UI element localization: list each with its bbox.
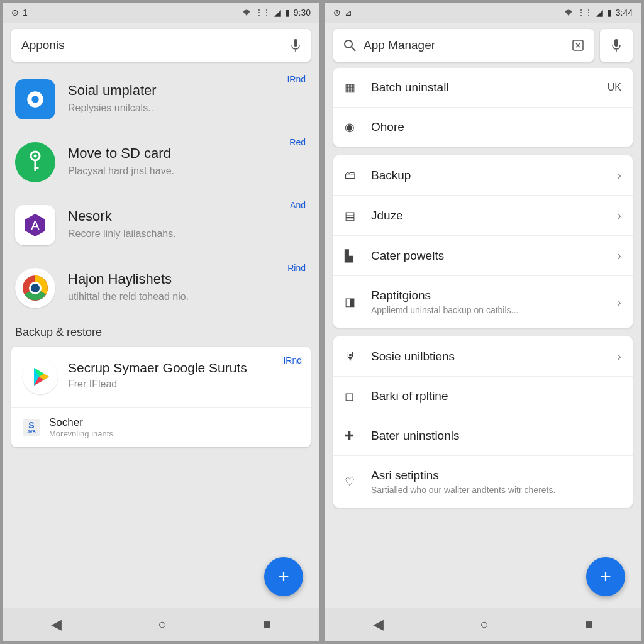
- svg-text:A: A: [31, 218, 40, 232]
- item-tag: UK: [608, 82, 621, 93]
- nav-home-button[interactable]: ○: [158, 616, 166, 633]
- notification-count: 1: [23, 8, 28, 18]
- fab-add-button[interactable]: +: [586, 557, 625, 596]
- list-item[interactable]: ◻ Barkı of rpltine: [333, 377, 633, 416]
- app-title: Nesork: [68, 208, 307, 226]
- chevron-right-icon: ›: [617, 208, 621, 223]
- signal-icon: ◢: [596, 8, 603, 18]
- list-item[interactable]: Move to SD card Placysal hard jnst have.…: [11, 131, 311, 194]
- raptitgions-icon: ◨: [345, 295, 358, 309]
- app-tag: Red: [289, 137, 306, 147]
- item-title: Jduze: [371, 209, 612, 223]
- list-item[interactable]: ◨ Raptitgions Appliemd uninstal backup o…: [333, 276, 633, 328]
- wifi-icon: [564, 8, 574, 17]
- search-bar[interactable]: [333, 29, 594, 62]
- fab-add-button[interactable]: +: [264, 557, 303, 596]
- battery-icon: ▮: [607, 8, 612, 18]
- cater-icon: ▙: [345, 249, 358, 263]
- item-subtitle: Appliemd uninstal backup on catbils...: [371, 305, 612, 315]
- jduze-icon: ▤: [345, 209, 358, 223]
- list-item[interactable]: Soial umplater Replysies unilcals.. IRnd: [11, 68, 311, 131]
- navigation-bar: ◀ ○ ■: [3, 608, 319, 641]
- item-subtitle: Sartialled who our waliter andtents witr…: [371, 485, 621, 495]
- bater-icon: ✚: [345, 429, 358, 443]
- app-icon-gear: [15, 79, 55, 119]
- navigation-bar: ◀ ○ ■: [325, 608, 641, 641]
- svg-rect-5: [35, 160, 36, 171]
- socher-title: Socher: [49, 416, 299, 429]
- app-subtitle: utihittal the reld tohead nio.: [68, 291, 307, 303]
- item-title: Raptitgions: [371, 289, 612, 303]
- notification-icon: ⊚: [333, 8, 341, 18]
- mic-button[interactable]: [600, 29, 633, 62]
- nav-home-button[interactable]: ○: [480, 616, 488, 633]
- card-group: 🎙 Sosie unilbtiens › ◻ Barkı of rpltine …: [333, 336, 633, 508]
- svg-point-2: [31, 96, 38, 103]
- phone-right: ⊚ ⊿ ⋮⋮ ◢ ▮ 3:44 ▦: [325, 3, 641, 641]
- item-title: Ohore: [371, 120, 621, 134]
- svg-point-4: [34, 155, 37, 158]
- list-item[interactable]: 🎙 Sosie unilbtiens ›: [333, 336, 633, 377]
- notification-icon: ⊙: [11, 8, 19, 18]
- statusbar: ⊙ 1 ⋮⋮ ◢ ▮ 9:30: [3, 3, 319, 23]
- item-title: Backup: [371, 169, 612, 182]
- list-item[interactable]: ♡ Asri setiptins Sartialled who our wali…: [333, 456, 633, 508]
- app-title: Hajon Haylishets: [68, 270, 307, 289]
- app-subtitle: Recore linly lailaschahs.: [68, 228, 307, 240]
- socher-icon: S JVB: [23, 419, 40, 436]
- chevron-right-icon: ›: [617, 295, 621, 309]
- list-item[interactable]: A Nesork Recore linly lailaschahs. And: [11, 194, 311, 257]
- mic-icon[interactable]: [291, 38, 301, 52]
- list-item[interactable]: ◉ Ohore: [333, 108, 633, 147]
- list-item[interactable]: ▤ Jduze ›: [333, 196, 633, 236]
- backup-icon: 🗃: [345, 169, 358, 182]
- svg-rect-19: [614, 39, 618, 47]
- statusbar: ⊚ ⊿ ⋮⋮ ◢ ▮ 3:44: [325, 3, 641, 23]
- nav-recent-button[interactable]: ■: [263, 616, 271, 633]
- list-item[interactable]: ▦ Batch uninstall UK: [333, 68, 633, 108]
- item-title: Cater powelts: [371, 249, 612, 263]
- nav-recent-button[interactable]: ■: [585, 616, 593, 633]
- clear-icon[interactable]: [572, 40, 584, 51]
- notification-count: ⊿: [345, 8, 352, 18]
- nav-back-button[interactable]: ◀: [373, 616, 384, 633]
- list-item[interactable]: S JVB Socher Morevnling inants: [11, 408, 311, 447]
- app-title: Move to SD card: [68, 145, 307, 163]
- list-item[interactable]: ✚ Bater uninstionls: [333, 416, 633, 456]
- app-tag: IRnd: [287, 74, 306, 84]
- nav-back-button[interactable]: ◀: [51, 616, 62, 633]
- backup-tag: IRnd: [283, 355, 302, 365]
- svg-point-11: [31, 284, 40, 292]
- search-bar[interactable]: [11, 29, 311, 62]
- item-title: Barkı of rpltine: [371, 389, 621, 403]
- svg-rect-6: [35, 167, 39, 169]
- list-item[interactable]: Hajon Haylishets utihittal the reld tohe…: [11, 257, 311, 319]
- section-header: Backup & restore: [11, 319, 311, 347]
- chevron-right-icon: ›: [617, 248, 621, 263]
- ohore-icon: ◉: [345, 120, 358, 134]
- item-title: Batch uninstall: [371, 80, 602, 94]
- search-input[interactable]: [364, 38, 572, 52]
- batch-uninstall-icon: ▦: [345, 80, 358, 94]
- clock: 3:44: [616, 8, 633, 18]
- list-item[interactable]: Secrup Symaer Google Suruts Frer IFlead …: [11, 347, 311, 408]
- backup-card: Secrup Symaer Google Suruts Frer IFlead …: [11, 347, 311, 447]
- settings-list: ▦ Batch uninstall UK ◉ Ohore 🗃 Backup › …: [325, 68, 641, 608]
- app-list: Soial umplater Replysies unilcals.. IRnd…: [3, 68, 319, 608]
- sosie-icon: 🎙: [345, 350, 358, 363]
- play-store-icon: [23, 359, 58, 394]
- search-input[interactable]: [21, 38, 291, 52]
- data-icon: ⋮⋮: [577, 8, 592, 17]
- search-icon: [343, 39, 356, 52]
- wifi-icon: [242, 8, 252, 17]
- backup-subtitle: Frer IFlead: [68, 379, 299, 390]
- card-group: ▦ Batch uninstall UK ◉ Ohore: [333, 68, 633, 147]
- svg-rect-0: [294, 39, 297, 47]
- card-group: 🗃 Backup › ▤ Jduze › ▙ Cater powelts › ◨…: [333, 155, 633, 328]
- phone-left: ⊙ 1 ⋮⋮ ◢ ▮ 9:30 Soial umplater Replysies…: [3, 3, 319, 641]
- app-icon-key: [15, 142, 55, 182]
- list-item[interactable]: 🗃 Backup ›: [333, 155, 633, 196]
- list-item[interactable]: ▙ Cater powelts ›: [333, 236, 633, 276]
- data-icon: ⋮⋮: [255, 8, 270, 17]
- item-title: Sosie unilbtiens: [371, 350, 612, 364]
